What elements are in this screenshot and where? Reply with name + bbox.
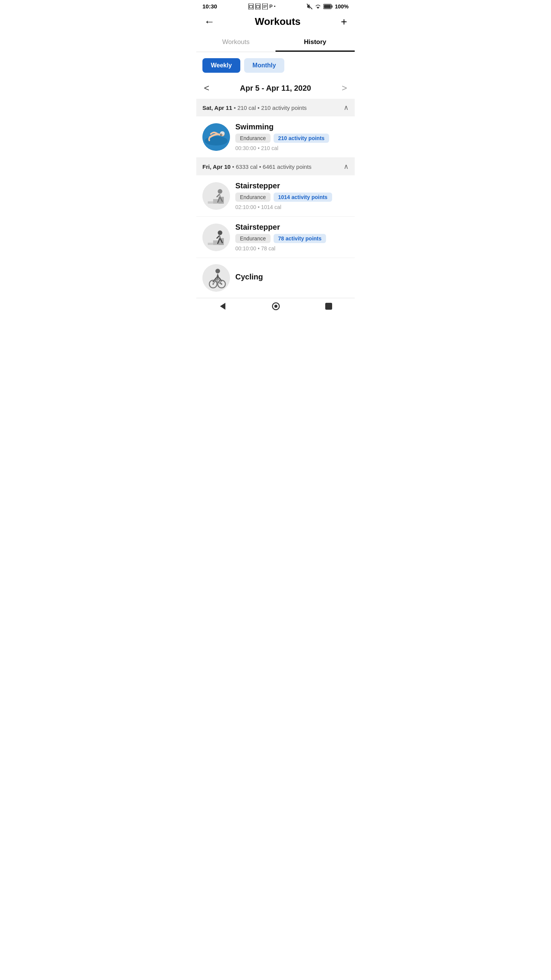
svg-rect-18	[202, 182, 230, 210]
note-icon	[262, 3, 268, 10]
dot-icon: •	[274, 4, 276, 8]
workout-card-stairstepper2: Stairstepper Endurance 78 activity point…	[196, 217, 355, 258]
svg-point-22	[218, 189, 222, 194]
workout-card-stairstepper1: Stairstepper Endurance 1014 activity poi…	[196, 175, 355, 217]
day-section-apr11: Sat, Apr 11 • 210 cal • 210 activity poi…	[196, 99, 355, 116]
tab-bar: Workouts History	[196, 34, 355, 52]
day-info-apr11: Sat, Apr 11 • 210 cal • 210 activity poi…	[202, 105, 307, 111]
svg-rect-24	[208, 243, 213, 245]
cycling-name: Cycling	[235, 273, 349, 281]
cycling-icon	[202, 264, 230, 292]
swimming-type: Endurance	[235, 134, 271, 143]
home-nav-icon	[272, 302, 280, 310]
wifi-icon	[315, 4, 321, 9]
status-icons: P •	[248, 3, 276, 10]
stairstepper2-points: 78 activity points	[274, 234, 326, 243]
battery-icon	[323, 4, 333, 9]
stairstepper1-info: Stairstepper Endurance 1014 activity poi…	[235, 181, 349, 210]
filter-row: Weekly Monthly	[196, 52, 355, 77]
workout-card-swimming: Swimming Endurance 210 activity points 0…	[196, 116, 355, 158]
stairstepper2-name: Stairstepper	[235, 223, 349, 232]
stairstepper1-avatar	[202, 182, 230, 210]
stairstepper2-avatar	[202, 224, 230, 251]
stairstepper1-points: 1014 activity points	[274, 193, 332, 202]
cycling-avatar	[202, 264, 230, 292]
date-range: Apr 5 - Apr 11, 2020	[240, 84, 311, 93]
stairstepper-icon2	[202, 224, 230, 251]
stairstepper1-meta: 02:10:00 • 1014 cal	[235, 204, 349, 210]
svg-point-14	[205, 136, 228, 145]
svg-point-27	[218, 230, 222, 235]
svg-rect-1	[249, 5, 253, 8]
cycling-info: Cycling	[235, 273, 349, 284]
swimming-meta: 00:30:00 • 210 cal	[235, 145, 349, 151]
collapse-apr10-button[interactable]: ∧	[344, 162, 349, 171]
date-navigator: < Apr 5 - Apr 11, 2020 >	[196, 77, 355, 99]
nav-recents-button[interactable]	[325, 302, 333, 312]
filter-weekly[interactable]: Weekly	[202, 58, 240, 73]
svg-marker-9	[316, 7, 320, 9]
svg-rect-3	[256, 5, 259, 8]
swimming-name: Swimming	[235, 122, 349, 131]
svg-rect-11	[332, 5, 333, 8]
swimming-info: Swimming Endurance 210 activity points 0…	[235, 122, 349, 151]
mute-icon	[306, 3, 313, 10]
status-time: 10:30	[202, 3, 217, 10]
tab-workouts[interactable]: Workouts	[196, 34, 276, 52]
status-bar: 10:30 P • 100%	[196, 0, 355, 11]
swimming-points: 210 activity points	[274, 134, 329, 143]
add-button[interactable]: +	[341, 16, 347, 27]
stairstepper1-tags: Endurance 1014 activity points	[235, 193, 349, 202]
stairstepper1-name: Stairstepper	[235, 181, 349, 190]
stairstepper2-tags: Endurance 78 activity points	[235, 234, 349, 243]
stairstepper2-type: Endurance	[235, 234, 271, 243]
svg-point-29	[215, 269, 220, 273]
svg-rect-19	[208, 201, 213, 204]
status-right: 100%	[306, 3, 349, 10]
svg-rect-12	[324, 5, 331, 8]
svg-rect-23	[202, 224, 230, 251]
swimming-icon	[202, 123, 230, 151]
svg-rect-37	[325, 303, 332, 310]
next-date-button[interactable]: >	[342, 83, 347, 93]
parking-icon: P	[269, 3, 273, 9]
recents-nav-icon	[325, 302, 333, 310]
back-button[interactable]: ←	[204, 16, 215, 27]
day-info-apr10: Fri, Apr 10 • 6333 cal • 6461 activity p…	[202, 163, 311, 170]
nav-home-button[interactable]	[272, 302, 280, 313]
stairstepper2-info: Stairstepper Endurance 78 activity point…	[235, 223, 349, 252]
sim-icon2	[255, 3, 261, 10]
back-nav-icon	[218, 302, 227, 310]
stairstepper1-type: Endurance	[235, 193, 271, 202]
prev-date-button[interactable]: <	[204, 83, 209, 93]
filter-monthly[interactable]: Monthly	[244, 58, 284, 73]
stairstepper2-meta: 00:10:00 • 78 cal	[235, 245, 349, 252]
swimming-tags: Endurance 210 activity points	[235, 134, 349, 143]
page-title: Workouts	[255, 16, 300, 28]
nav-back-button[interactable]	[218, 302, 227, 313]
svg-point-36	[274, 305, 277, 308]
day-section-apr10: Fri, Apr 10 • 6333 cal • 6461 activity p…	[196, 158, 355, 175]
sim-icon	[248, 3, 254, 10]
collapse-apr11-button[interactable]: ∧	[344, 103, 349, 112]
tab-history[interactable]: History	[276, 34, 355, 52]
workout-card-cycling: Cycling	[196, 258, 355, 298]
bottom-navigation	[196, 298, 355, 315]
battery-percent: 100%	[335, 3, 349, 10]
svg-marker-34	[220, 303, 225, 310]
app-header: ← Workouts +	[196, 11, 355, 34]
stairstepper-icon1	[202, 182, 230, 210]
swimming-avatar	[202, 123, 230, 151]
